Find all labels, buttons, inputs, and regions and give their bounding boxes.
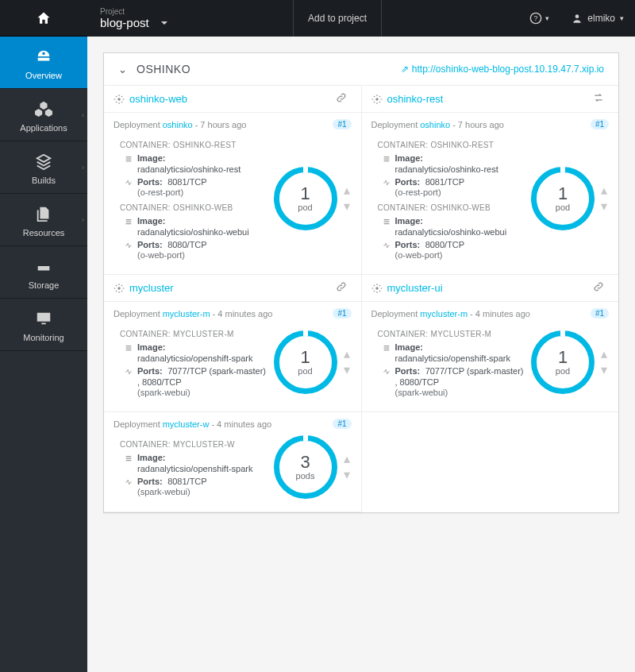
pod-donut[interactable]: 1 pod — [531, 167, 595, 230]
ports-row: Ports: 8081/TCP(spark-webui) — [114, 476, 267, 496]
chevron-down-icon — [160, 19, 168, 27]
deployment-age: - 4 minutes ago — [213, 309, 273, 319]
svg-text:?: ? — [534, 14, 538, 22]
sidebar: Overview Applications › Builds › Resourc… — [0, 0, 87, 672]
pod-donut[interactable]: 3 pods — [274, 435, 337, 499]
deployment-age: - 7 hours ago — [195, 120, 247, 129]
scale-up-button[interactable]: ▴ — [342, 451, 352, 467]
service-right-icon — [336, 92, 352, 106]
user-menu[interactable]: elmiko ▾ — [560, 0, 635, 37]
sidebar-item-monitoring[interactable]: Monitoring — [0, 299, 87, 351]
username: elmiko — [587, 13, 615, 24]
ports-row: Ports: 8081/TCP(o-rest-port) — [371, 176, 525, 197]
topbar: Project blog-post Add to project ? ▾ elm… — [87, 0, 635, 37]
deployment-badge[interactable]: #1 — [333, 308, 351, 319]
deployment-link[interactable]: mycluster-w — [163, 419, 210, 429]
pod-donut[interactable]: 1 pod — [531, 330, 595, 394]
scale-up-button[interactable]: ▴ — [342, 183, 352, 199]
service-tile: oshinko-web Deployment oshinko - 7 hours… — [104, 86, 362, 275]
chevron-down-icon: ▾ — [620, 14, 624, 22]
deployment-age: - 4 minutes ago — [211, 419, 271, 429]
sidebar-item-label: Applications — [3, 123, 84, 133]
service-name-link[interactable]: oshinko-rest — [387, 93, 444, 105]
deployment-link[interactable]: mycluster-m — [420, 309, 468, 319]
pod-count: 3 — [300, 454, 310, 471]
project-hint: Project — [100, 7, 280, 16]
ports-row: Ports: 8080/TCP(o-web-port) — [371, 239, 525, 260]
container-name: CONTAINER: OSHINKO-WEB — [114, 199, 267, 215]
image-row: Image:radanalyticsio/openshift-spark — [371, 342, 525, 364]
home-button[interactable] — [0, 0, 87, 37]
ports-row: Ports: 7077/TCP (spark-master) , 8080/TC… — [114, 365, 267, 397]
user-icon — [572, 13, 583, 24]
container-name: CONTAINER: OSHINKO-REST — [114, 136, 267, 153]
chevron-right-icon: › — [82, 216, 84, 224]
image-row: Image:radanalyticsio/openshift-spark — [114, 342, 267, 364]
image-row: Image:radanalyticsio/oshinko-webui — [371, 215, 525, 238]
service-name-link[interactable]: mycluster-ui — [387, 282, 443, 294]
pod-count: 1 — [300, 349, 310, 366]
sidebar-item-overview[interactable]: Overview — [0, 37, 87, 89]
svg-point-3 — [117, 98, 121, 101]
scale-up-button[interactable]: ▴ — [342, 346, 352, 362]
pod-donut[interactable]: 1 pod — [274, 167, 337, 230]
deployment-badge[interactable]: #1 — [333, 119, 351, 129]
scale-down-button[interactable]: ▾ — [342, 467, 352, 483]
svg-point-4 — [375, 98, 379, 101]
service-tile: mycluster Deployment mycluster-m - 4 min… — [104, 275, 362, 412]
service-name-link[interactable]: mycluster — [129, 282, 174, 294]
project-name: blog-post — [100, 16, 149, 29]
deployment-label: Deployment — [114, 309, 160, 319]
svg-point-6 — [375, 287, 379, 290]
deployment-label: Deployment — [114, 419, 160, 429]
sidebar-item-applications[interactable]: Applications › — [0, 89, 87, 141]
pod-unit: pod — [556, 203, 570, 212]
scale-down-button[interactable]: ▾ — [599, 199, 609, 214]
collapse-toggle[interactable]: ⌄ — [118, 64, 127, 75]
deployment-link[interactable]: oshinko — [420, 120, 450, 129]
scale-down-button[interactable]: ▾ — [342, 199, 352, 214]
sidebar-item-label: Overview — [3, 71, 84, 80]
project-selector[interactable]: Project blog-post — [87, 0, 294, 37]
add-to-project-label: Add to project — [308, 13, 367, 24]
deployment-badge[interactable]: #1 — [591, 119, 609, 129]
deployment-link[interactable]: mycluster-m — [163, 309, 210, 319]
help-button[interactable]: ? ▾ — [518, 0, 560, 37]
container-name: CONTAINER: MYCLUSTER-W — [114, 435, 267, 452]
service-right-icon — [593, 281, 609, 295]
service-tile: oshinko-rest Deployment oshinko - 7 hour… — [362, 86, 619, 275]
sidebar-item-label: Resources — [3, 228, 84, 238]
pod-unit: pod — [556, 366, 570, 376]
ports-row: Ports: 8081/TCP(o-rest-port) — [114, 176, 267, 197]
container-name: CONTAINER: MYCLUSTER-M — [114, 325, 267, 342]
scale-up-button[interactable]: ▴ — [599, 183, 609, 199]
sidebar-item-resources[interactable]: Resources › — [0, 194, 87, 246]
layers-icon — [35, 153, 52, 170]
deployment-label: Deployment — [371, 120, 418, 129]
ports-row: Ports: 8080/TCP(o-web-port) — [114, 239, 267, 260]
svg-point-5 — [117, 287, 121, 290]
deployment-link[interactable]: oshinko — [163, 120, 193, 129]
pod-donut[interactable]: 1 pod — [274, 330, 337, 394]
scale-down-button[interactable]: ▾ — [599, 362, 609, 378]
deployment-label: Deployment — [114, 120, 160, 129]
pod-unit: pod — [298, 366, 312, 376]
deployment-badge[interactable]: #1 — [591, 308, 609, 319]
scale-up-button[interactable]: ▴ — [599, 346, 609, 362]
deployment-badge[interactable]: #1 — [333, 419, 351, 429]
deployment-age: - 4 minutes ago — [470, 309, 530, 319]
application-card: ⌄ OSHINKO ⇗http://oshinko-web-blog-post.… — [103, 52, 619, 513]
image-row: Image:radanalyticsio/oshinko-rest — [371, 153, 525, 175]
chevron-right-icon: › — [82, 164, 84, 172]
sidebar-item-storage[interactable]: Storage — [0, 246, 87, 299]
sidebar-item-builds[interactable]: Builds › — [0, 141, 87, 194]
disk-icon — [35, 257, 52, 275]
scale-down-button[interactable]: ▾ — [342, 362, 352, 378]
container-name: CONTAINER: OSHINKO-WEB — [371, 199, 525, 215]
service-right-icon — [593, 92, 609, 106]
image-row: Image:radanalyticsio/openshift-spark — [114, 452, 267, 474]
service-name-link[interactable]: oshinko-web — [129, 93, 187, 105]
application-route-link[interactable]: ⇗http://oshinko-web-blog-post.10.19.47.7… — [401, 64, 604, 75]
add-to-project-button[interactable]: Add to project — [294, 0, 382, 37]
image-row: Image:radanalyticsio/oshinko-rest — [114, 153, 267, 175]
